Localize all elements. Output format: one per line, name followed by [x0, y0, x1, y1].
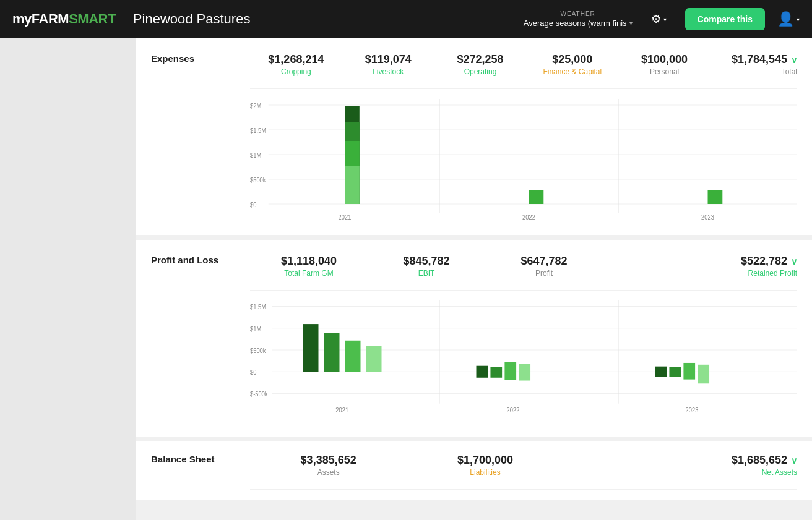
- weather-label: WEATHER: [524, 11, 633, 17]
- finance-value: $25,000: [531, 53, 613, 66]
- settings-button[interactable]: ⚙ ▾: [645, 9, 673, 30]
- pnl-2021-bar2: [324, 333, 340, 372]
- liabilities-label: Liabilities: [412, 468, 558, 477]
- balance-total[interactable]: $1,685,652 ∨ Net Assets: [710, 451, 797, 479]
- bar-2022: [529, 190, 544, 204]
- pnl-y-0: $0: [250, 369, 257, 377]
- net-assets-label: Net Assets: [715, 468, 797, 477]
- pnl-ebit: $845,782 EBIT: [368, 252, 485, 280]
- livestock-value: $119,074: [347, 53, 430, 66]
- settings-chevron-icon: ▾: [663, 16, 667, 23]
- ebit-value: $845,782: [373, 255, 480, 268]
- y-label-1-5m: $1.5M: [250, 127, 266, 134]
- balance-label-col: Balance Sheet: [151, 451, 250, 490]
- expenses-cropping: $1,268,214 Cropping: [250, 51, 342, 79]
- y-label-500k: $500k: [250, 176, 266, 184]
- retained-profit-label: Retained Profit: [715, 269, 797, 278]
- logo-smart: SMART: [69, 11, 116, 27]
- y-label-2m: $2M: [250, 102, 261, 109]
- pnl-label-col: Profit and Loss: [151, 252, 250, 291]
- assets-value: $3,385,652: [255, 454, 402, 467]
- pnl-y-1-5m: $1.5M: [250, 304, 266, 311]
- pnl-chart: $1.5M $1M $500k $0 $-500k: [250, 300, 797, 424]
- pnl-2021-bar4: [366, 346, 382, 372]
- pnl-metrics-row: $1,118,040 Total Farm GM $845,782 EBIT $…: [250, 252, 797, 291]
- pnl-y-500k: $500k: [250, 347, 266, 354]
- pnl-x-2022: 2022: [507, 406, 520, 414]
- weather-value: Average seasons (warm finis ▾: [524, 19, 633, 28]
- balance-inner: Balance Sheet $3,385,652 Assets $1,700,0…: [151, 451, 797, 490]
- profit-label: Profit: [490, 269, 598, 278]
- pnl-chart-svg: $1.5M $1M $500k $0 $-500k: [250, 300, 797, 424]
- balance-chevron-icon: ∨: [791, 456, 797, 466]
- liabilities-value: $1,700,000: [412, 454, 558, 467]
- livestock-label: Livestock: [347, 67, 430, 76]
- farm-name: Pinewood Pastures: [133, 11, 251, 27]
- user-button[interactable]: 👤 ▾: [777, 11, 800, 27]
- bar-2021-mid: [345, 122, 360, 141]
- x-label-2023: 2023: [701, 213, 714, 221]
- total-value: $1,784,545 ∨: [715, 53, 797, 66]
- bar-2021-lighter: [345, 166, 360, 204]
- gear-icon: ⚙: [651, 12, 661, 26]
- balance-metrics-row: $3,385,652 Assets $1,700,000 Liabilities…: [250, 451, 797, 490]
- net-assets-value: $1,685,652 ∨: [715, 454, 797, 467]
- app-header: myFARMSMART Pinewood Pastures WEATHER Av…: [0, 0, 812, 38]
- expenses-chart-svg: $2M $1.5M $1M $500k $0: [250, 99, 797, 223]
- expenses-total[interactable]: $1,784,545 ∨ Total: [710, 51, 797, 79]
- total-gm-label: Total Farm GM: [255, 269, 363, 278]
- pnl-total[interactable]: $522,782 ∨ Retained Profit: [710, 252, 797, 280]
- expenses-finance: $25,000 Finance & Capital: [526, 51, 618, 79]
- pnl-total-gm: $1,118,040 Total Farm GM: [250, 252, 368, 280]
- pnl-chevron-icon: ∨: [791, 257, 797, 266]
- operating-label: Operating: [439, 67, 522, 76]
- finance-label: Finance & Capital: [531, 67, 613, 76]
- pnl-2021-bar3: [345, 341, 361, 372]
- operating-value: $272,258: [439, 53, 522, 66]
- compare-button[interactable]: Compare this: [685, 8, 765, 30]
- y-label-0: $0: [250, 201, 257, 208]
- pnl-profit: $647,782 Profit: [485, 252, 603, 280]
- expenses-label: Expenses: [151, 53, 194, 64]
- pnl-2022-bar4: [519, 364, 530, 381]
- pnl-section: Profit and Loss $1,118,040 Total Farm GM…: [136, 240, 812, 437]
- personal-label: Personal: [623, 67, 706, 76]
- cropping-value: $1,268,214: [255, 53, 337, 66]
- pnl-x-2023: 2023: [686, 406, 699, 414]
- logo-farm: FARM: [32, 11, 69, 27]
- pnl-label: Profit and Loss: [151, 255, 218, 265]
- pnl-2023-bar4: [698, 365, 709, 383]
- expenses-personal: $100,000 Personal: [618, 51, 710, 79]
- total-chevron-icon: ∨: [791, 55, 797, 65]
- x-label-2022: 2022: [522, 213, 535, 221]
- pnl-2023-bar2: [669, 367, 681, 377]
- pnl-2022-bar3: [504, 362, 516, 380]
- total-label: Total: [715, 67, 797, 76]
- pnl-2022-bar1: [477, 366, 488, 378]
- pnl-2023-bar3: [683, 363, 695, 380]
- y-label-1m: $1M: [250, 151, 261, 159]
- balance-liabilities: $1,700,000 Liabilities: [407, 451, 563, 479]
- pnl-y-neg500k: $-500k: [250, 391, 268, 398]
- sidebar: [0, 38, 136, 520]
- bar-2021-light: [345, 141, 360, 166]
- expenses-chart: $2M $1.5M $1M $500k $0: [250, 99, 797, 223]
- total-gm-value: $1,118,040: [255, 255, 363, 268]
- pnl-2021-bar1: [303, 324, 319, 372]
- expenses-metrics-row: $1,268,214 Cropping $119,074 Livestock $…: [250, 51, 797, 89]
- expenses-label-col: Expenses: [151, 51, 250, 89]
- x-label-2021: 2021: [339, 213, 352, 221]
- main-content: Expenses $1,268,214 Cropping $119,074 Li…: [136, 38, 812, 520]
- pnl-y-1m: $1M: [250, 325, 261, 333]
- pnl-2022-bar2: [490, 367, 502, 378]
- weather-block[interactable]: WEATHER Average seasons (warm finis ▾: [524, 11, 633, 28]
- pnl-2023-bar1: [655, 367, 667, 377]
- weather-chevron-icon: ▾: [629, 20, 633, 27]
- pnl-x-2021: 2021: [335, 406, 348, 414]
- profit-value: $647,782: [490, 255, 598, 268]
- user-icon: 👤: [777, 11, 794, 27]
- balance-section: Balance Sheet $3,385,652 Assets $1,700,0…: [136, 441, 812, 500]
- logo-my: my: [12, 11, 32, 27]
- app-logo: myFARMSMART: [12, 11, 116, 27]
- balance-assets: $3,385,652 Assets: [250, 451, 407, 479]
